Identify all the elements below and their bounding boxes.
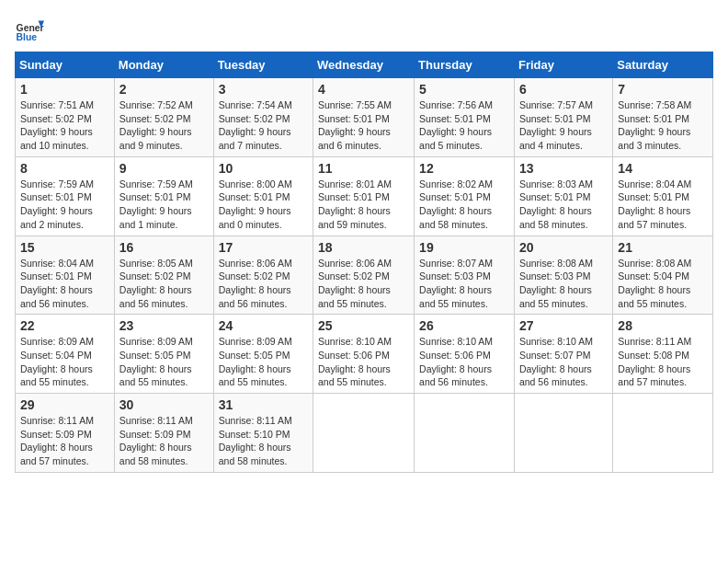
calendar-cell-day-18: 18Sunrise: 8:06 AM Sunset: 5:02 PM Dayli… bbox=[313, 236, 415, 315]
day-number: 11 bbox=[318, 161, 409, 176]
day-info: Sunrise: 8:05 AM Sunset: 5:02 PM Dayligh… bbox=[119, 257, 209, 311]
calendar-cell-day-11: 11Sunrise: 8:01 AM Sunset: 5:01 PM Dayli… bbox=[313, 156, 415, 236]
day-number: 8 bbox=[20, 161, 109, 176]
empty-cell bbox=[415, 394, 515, 473]
calendar-cell-day-15: 15Sunrise: 8:04 AM Sunset: 5:01 PM Dayli… bbox=[16, 236, 115, 315]
day-number: 2 bbox=[119, 82, 209, 97]
calendar-cell-day-30: 30Sunrise: 8:11 AM Sunset: 5:09 PM Dayli… bbox=[114, 394, 213, 473]
day-number: 29 bbox=[20, 397, 109, 412]
empty-cell bbox=[313, 394, 415, 473]
day-info: Sunrise: 7:55 AM Sunset: 5:01 PM Dayligh… bbox=[318, 98, 409, 153]
day-number: 20 bbox=[519, 240, 608, 255]
day-number: 14 bbox=[618, 161, 708, 176]
calendar-cell-day-3: 3Sunrise: 7:54 AM Sunset: 5:02 PM Daylig… bbox=[213, 78, 313, 157]
day-info: Sunrise: 7:58 AM Sunset: 5:01 PM Dayligh… bbox=[618, 98, 708, 153]
day-number: 18 bbox=[318, 240, 409, 255]
empty-cell bbox=[514, 394, 612, 473]
day-info: Sunrise: 8:08 AM Sunset: 5:04 PM Dayligh… bbox=[618, 257, 708, 311]
logo: General Blue bbox=[15, 15, 44, 44]
day-number: 27 bbox=[519, 318, 608, 333]
day-number: 25 bbox=[318, 318, 409, 333]
calendar-cell-day-20: 20Sunrise: 8:08 AM Sunset: 5:03 PM Dayli… bbox=[514, 236, 612, 315]
calendar-cell-day-27: 27Sunrise: 8:10 AM Sunset: 5:07 PM Dayli… bbox=[514, 315, 612, 394]
day-info: Sunrise: 8:11 AM Sunset: 5:08 PM Dayligh… bbox=[618, 335, 708, 389]
day-info: Sunrise: 8:11 AM Sunset: 5:10 PM Dayligh… bbox=[219, 414, 308, 468]
calendar-cell-day-12: 12Sunrise: 8:02 AM Sunset: 5:01 PM Dayli… bbox=[415, 156, 515, 236]
day-info: Sunrise: 8:10 AM Sunset: 5:07 PM Dayligh… bbox=[519, 335, 608, 389]
day-number: 4 bbox=[318, 82, 409, 97]
calendar-cell-day-26: 26Sunrise: 8:10 AM Sunset: 5:06 PM Dayli… bbox=[415, 315, 515, 394]
day-info: Sunrise: 8:11 AM Sunset: 5:09 PM Dayligh… bbox=[20, 414, 109, 468]
day-number: 7 bbox=[618, 82, 708, 97]
calendar-table: SundayMondayTuesdayWednesdayThursdayFrid… bbox=[15, 52, 713, 473]
day-info: Sunrise: 8:11 AM Sunset: 5:09 PM Dayligh… bbox=[119, 414, 209, 468]
calendar-cell-day-8: 8Sunrise: 7:59 AM Sunset: 5:01 PM Daylig… bbox=[16, 156, 115, 236]
day-info: Sunrise: 8:03 AM Sunset: 5:01 PM Dayligh… bbox=[519, 178, 608, 232]
day-number: 5 bbox=[419, 82, 509, 97]
day-number: 6 bbox=[519, 82, 608, 97]
day-number: 3 bbox=[219, 82, 308, 97]
calendar-cell-day-23: 23Sunrise: 8:09 AM Sunset: 5:05 PM Dayli… bbox=[114, 315, 213, 394]
day-number: 10 bbox=[219, 161, 308, 176]
calendar-cell-day-25: 25Sunrise: 8:10 AM Sunset: 5:06 PM Dayli… bbox=[313, 315, 415, 394]
day-info: Sunrise: 8:04 AM Sunset: 5:01 PM Dayligh… bbox=[618, 178, 708, 232]
day-number: 9 bbox=[119, 161, 209, 176]
calendar-cell-day-29: 29Sunrise: 8:11 AM Sunset: 5:09 PM Dayli… bbox=[16, 394, 115, 473]
column-header-tuesday: Tuesday bbox=[213, 52, 313, 78]
calendar-cell-day-2: 2Sunrise: 7:52 AM Sunset: 5:02 PM Daylig… bbox=[114, 78, 213, 157]
day-number: 26 bbox=[419, 318, 509, 333]
day-info: Sunrise: 7:54 AM Sunset: 5:02 PM Dayligh… bbox=[219, 98, 308, 153]
calendar-cell-day-4: 4Sunrise: 7:55 AM Sunset: 5:01 PM Daylig… bbox=[313, 78, 415, 157]
day-info: Sunrise: 7:59 AM Sunset: 5:01 PM Dayligh… bbox=[119, 178, 209, 232]
day-number: 17 bbox=[219, 240, 308, 255]
column-header-wednesday: Wednesday bbox=[313, 52, 415, 78]
day-info: Sunrise: 8:09 AM Sunset: 5:05 PM Dayligh… bbox=[219, 335, 308, 389]
day-info: Sunrise: 8:02 AM Sunset: 5:01 PM Dayligh… bbox=[419, 178, 509, 232]
calendar-cell-day-5: 5Sunrise: 7:56 AM Sunset: 5:01 PM Daylig… bbox=[415, 78, 515, 157]
day-info: Sunrise: 8:09 AM Sunset: 5:04 PM Dayligh… bbox=[20, 335, 109, 389]
day-info: Sunrise: 7:51 AM Sunset: 5:02 PM Dayligh… bbox=[20, 98, 109, 153]
day-number: 28 bbox=[618, 318, 708, 333]
column-header-monday: Monday bbox=[114, 52, 213, 78]
day-info: Sunrise: 8:06 AM Sunset: 5:02 PM Dayligh… bbox=[219, 257, 308, 311]
column-header-friday: Friday bbox=[514, 52, 612, 78]
day-info: Sunrise: 7:52 AM Sunset: 5:02 PM Dayligh… bbox=[119, 98, 209, 153]
calendar-cell-day-24: 24Sunrise: 8:09 AM Sunset: 5:05 PM Dayli… bbox=[213, 315, 313, 394]
calendar-cell-day-10: 10Sunrise: 8:00 AM Sunset: 5:01 PM Dayli… bbox=[213, 156, 313, 236]
day-number: 22 bbox=[20, 318, 109, 333]
day-number: 16 bbox=[119, 240, 209, 255]
day-info: Sunrise: 8:04 AM Sunset: 5:01 PM Dayligh… bbox=[20, 257, 109, 311]
calendar-cell-day-1: 1Sunrise: 7:51 AM Sunset: 5:02 PM Daylig… bbox=[16, 78, 115, 157]
calendar-cell-day-14: 14Sunrise: 8:04 AM Sunset: 5:01 PM Dayli… bbox=[613, 156, 713, 236]
day-number: 30 bbox=[119, 397, 209, 412]
empty-cell bbox=[613, 394, 713, 473]
day-info: Sunrise: 7:56 AM Sunset: 5:01 PM Dayligh… bbox=[419, 98, 509, 153]
day-info: Sunrise: 8:10 AM Sunset: 5:06 PM Dayligh… bbox=[419, 335, 509, 389]
column-header-thursday: Thursday bbox=[415, 52, 515, 78]
calendar-cell-day-16: 16Sunrise: 8:05 AM Sunset: 5:02 PM Dayli… bbox=[114, 236, 213, 315]
day-number: 21 bbox=[618, 240, 708, 255]
day-info: Sunrise: 8:10 AM Sunset: 5:06 PM Dayligh… bbox=[318, 335, 409, 389]
calendar-cell-day-28: 28Sunrise: 8:11 AM Sunset: 5:08 PM Dayli… bbox=[613, 315, 713, 394]
page-header: General Blue bbox=[15, 15, 713, 44]
day-number: 13 bbox=[519, 161, 608, 176]
svg-text:Blue: Blue bbox=[17, 32, 38, 42]
calendar-cell-day-22: 22Sunrise: 8:09 AM Sunset: 5:04 PM Dayli… bbox=[16, 315, 115, 394]
calendar-cell-day-19: 19Sunrise: 8:07 AM Sunset: 5:03 PM Dayli… bbox=[415, 236, 515, 315]
calendar-cell-day-6: 6Sunrise: 7:57 AM Sunset: 5:01 PM Daylig… bbox=[514, 78, 612, 157]
day-info: Sunrise: 7:57 AM Sunset: 5:01 PM Dayligh… bbox=[519, 98, 608, 153]
day-number: 23 bbox=[119, 318, 209, 333]
column-header-saturday: Saturday bbox=[613, 52, 713, 78]
day-number: 1 bbox=[20, 82, 109, 97]
calendar-cell-day-21: 21Sunrise: 8:08 AM Sunset: 5:04 PM Dayli… bbox=[613, 236, 713, 315]
day-number: 31 bbox=[219, 397, 308, 412]
day-info: Sunrise: 8:06 AM Sunset: 5:02 PM Dayligh… bbox=[318, 257, 409, 311]
day-number: 19 bbox=[419, 240, 509, 255]
column-header-sunday: Sunday bbox=[16, 52, 115, 78]
day-info: Sunrise: 7:59 AM Sunset: 5:01 PM Dayligh… bbox=[20, 178, 109, 232]
calendar-cell-day-9: 9Sunrise: 7:59 AM Sunset: 5:01 PM Daylig… bbox=[114, 156, 213, 236]
calendar-cell-day-31: 31Sunrise: 8:11 AM Sunset: 5:10 PM Dayli… bbox=[213, 394, 313, 473]
day-number: 24 bbox=[219, 318, 308, 333]
calendar-cell-day-7: 7Sunrise: 7:58 AM Sunset: 5:01 PM Daylig… bbox=[613, 78, 713, 157]
calendar-cell-day-13: 13Sunrise: 8:03 AM Sunset: 5:01 PM Dayli… bbox=[514, 156, 612, 236]
